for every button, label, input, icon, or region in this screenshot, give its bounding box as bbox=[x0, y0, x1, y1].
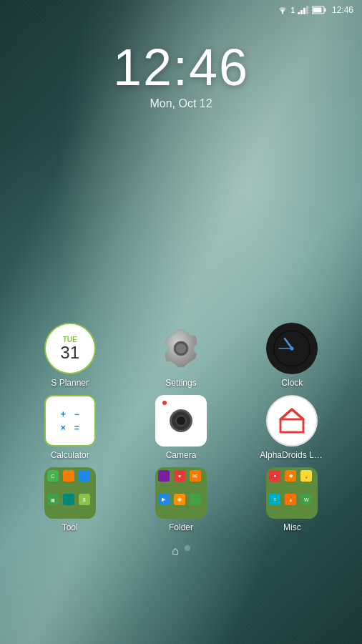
clock-app-icon bbox=[266, 323, 318, 374]
svg-marker-16 bbox=[280, 409, 303, 419]
calc-minus: − bbox=[71, 409, 82, 420]
calc-eq: = bbox=[71, 422, 82, 434]
home-screen: 1 12:46 12:46 Mon, Oct 12 bbox=[0, 0, 362, 644]
app-item-calculator[interactable]: + − × = Calculator bbox=[34, 395, 106, 460]
gear-svg bbox=[160, 327, 202, 370]
house-icon bbox=[276, 405, 308, 436]
camera-lens-inner bbox=[175, 415, 187, 426]
app-item-alphadroids[interactable]: AlphaDroids Launc.. bbox=[256, 395, 328, 460]
camera-icon bbox=[155, 395, 207, 447]
app-row-3: C ▦ $ Tool ♥ ✉ ▶ bbox=[14, 467, 348, 532]
svg-rect-2 bbox=[300, 10, 303, 14]
signal-icon bbox=[298, 6, 309, 14]
camera-lens bbox=[170, 409, 192, 432]
alphadroids-icon bbox=[266, 395, 318, 447]
app-item-misc[interactable]: ● ◆ 💡 ≡ 🔥 W Misc bbox=[256, 467, 328, 532]
svg-rect-7 bbox=[313, 8, 321, 13]
calculator-label: Calculator bbox=[51, 450, 89, 460]
alphadroids-label: AlphaDroids Launc.. bbox=[260, 450, 324, 460]
main-clock-date: Mon, Oct 12 bbox=[0, 97, 362, 110]
app-item-tool[interactable]: C ▦ $ Tool bbox=[34, 467, 106, 532]
tool-folder-icon: C ▦ $ bbox=[44, 467, 96, 519]
folder-grid: ♥ ✉ ▶ ◉ bbox=[158, 470, 204, 516]
svg-point-9 bbox=[176, 343, 186, 353]
home-dot-icon: ⌂ bbox=[172, 545, 179, 557]
status-time: 12:46 bbox=[332, 5, 353, 15]
folder-label: Folder bbox=[169, 522, 193, 532]
clock-face-svg bbox=[272, 328, 312, 369]
misc-folder-grid: ● ◆ 💡 ≡ 🔥 W bbox=[269, 470, 315, 516]
main-clock-time: 12:46 bbox=[0, 42, 362, 93]
clock-label: Clock bbox=[281, 378, 303, 388]
svg-point-14 bbox=[290, 347, 294, 351]
svg-rect-6 bbox=[324, 9, 326, 12]
app-item-splanner[interactable]: TUE 31 S Planner bbox=[34, 323, 106, 388]
network-type-icon: 1 bbox=[290, 6, 295, 14]
svg-rect-1 bbox=[298, 12, 300, 14]
calculator-icon: + − × = bbox=[44, 395, 96, 447]
calc-mult: × bbox=[57, 422, 69, 434]
splanner-icon: TUE 31 bbox=[44, 323, 96, 374]
battery-icon bbox=[312, 6, 326, 14]
app-grid: TUE 31 S Planner bbox=[0, 110, 362, 570]
status-icons: 1 12:46 bbox=[278, 5, 353, 15]
misc-folder-icon: ● ◆ 💡 ≡ 🔥 W bbox=[266, 467, 318, 519]
app-row-1: TUE 31 S Planner bbox=[14, 323, 348, 388]
tool-label: Tool bbox=[62, 522, 78, 532]
camera-label: Camera bbox=[166, 450, 197, 460]
misc-label: Misc bbox=[283, 522, 301, 532]
splanner-label: S Planner bbox=[51, 378, 89, 388]
wifi-icon bbox=[278, 6, 288, 14]
folder-icon-wrap: ♥ ✉ ▶ ◉ bbox=[155, 467, 207, 519]
svg-rect-4 bbox=[306, 6, 308, 14]
page-dot-2[interactable] bbox=[185, 545, 190, 551]
app-item-settings[interactable]: Settings bbox=[145, 323, 217, 388]
svg-marker-15 bbox=[280, 409, 303, 432]
app-row-2: + − × = Calculator bbox=[14, 395, 348, 460]
app-item-clock[interactable]: Clock bbox=[256, 323, 328, 388]
clock-widget: 12:46 Mon, Oct 12 bbox=[0, 42, 362, 110]
page-dots: ⌂ bbox=[14, 540, 348, 562]
app-item-folder[interactable]: ♥ ✉ ▶ ◉ Folder bbox=[145, 467, 217, 532]
svg-rect-3 bbox=[303, 8, 305, 14]
splanner-num: 31 bbox=[60, 344, 79, 361]
settings-label: Settings bbox=[165, 378, 196, 388]
calc-plus: + bbox=[57, 409, 69, 420]
app-item-camera[interactable]: Camera bbox=[145, 395, 217, 460]
svg-point-0 bbox=[282, 13, 283, 14]
tool-folder-grid: C ▦ $ bbox=[47, 470, 93, 516]
settings-icon bbox=[155, 323, 207, 374]
status-bar: 1 12:46 bbox=[0, 0, 362, 20]
